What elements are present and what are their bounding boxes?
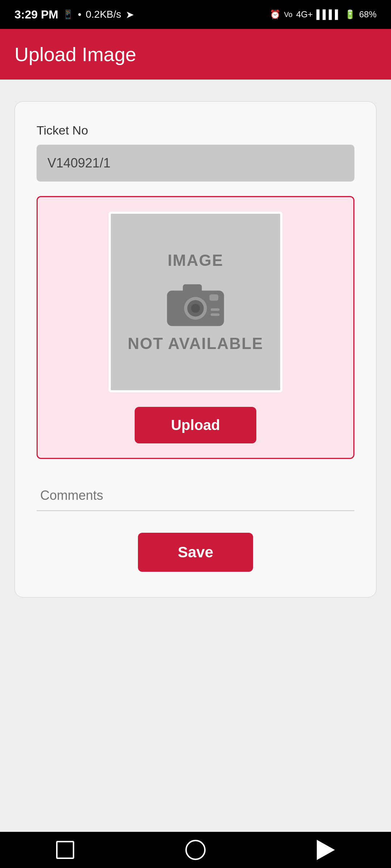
image-placeholder: IMAGE	[109, 212, 282, 392]
page-title: Upload Image	[14, 43, 136, 65]
ticket-no-input[interactable]	[37, 145, 354, 182]
status-bar: 3:29 PM 📱 • 0.2KB/s ➤ ⏰ Vo 4G+ ▌▌▌▌ 🔋 68…	[0, 0, 391, 29]
alarm-icon: ⏰	[270, 9, 281, 20]
network-speed: 0.2KB/s	[86, 9, 121, 20]
nav-square-button[interactable]	[54, 839, 76, 861]
svg-rect-6	[211, 309, 220, 311]
bottom-nav	[0, 832, 391, 868]
status-right: ⏰ Vo 4G+ ▌▌▌▌ 🔋 68%	[270, 9, 377, 20]
battery-percent: 68%	[359, 9, 377, 20]
circle-icon	[185, 840, 206, 860]
battery-icon: 🔋	[345, 9, 356, 20]
upload-button[interactable]: Upload	[135, 407, 256, 443]
nav-home-button[interactable]	[185, 839, 206, 861]
svg-rect-1	[183, 284, 202, 294]
volte-icon: Vo	[284, 10, 293, 19]
square-icon	[56, 841, 74, 859]
image-label: IMAGE	[168, 251, 223, 269]
comments-input[interactable]	[37, 481, 354, 511]
nav-back-button[interactable]	[315, 839, 337, 861]
main-content: Ticket No IMAGE	[0, 80, 391, 832]
status-time: 3:29 PM	[14, 8, 58, 21]
ticket-no-label: Ticket No	[37, 123, 354, 137]
network-type: 4G+	[296, 9, 313, 20]
status-left: 3:29 PM 📱 • 0.2KB/s ➤	[14, 8, 134, 21]
save-btn-wrapper: Save	[37, 533, 354, 572]
svg-point-4	[191, 304, 200, 313]
dot-separator: •	[78, 9, 81, 20]
triangle-icon	[317, 840, 335, 860]
camera-icon	[163, 277, 228, 327]
image-upload-area: IMAGE	[37, 196, 354, 459]
not-available-label: NOT AVAILABLE	[128, 335, 264, 353]
save-button[interactable]: Save	[138, 533, 253, 572]
upload-form-card: Ticket No IMAGE	[14, 101, 377, 597]
location-icon: ➤	[126, 9, 134, 21]
signal-bars: ▌▌▌▌	[316, 9, 341, 20]
app-header: Upload Image	[0, 29, 391, 80]
svg-rect-5	[210, 294, 219, 301]
svg-rect-7	[211, 314, 220, 316]
sim-icon: 📱	[63, 9, 73, 20]
